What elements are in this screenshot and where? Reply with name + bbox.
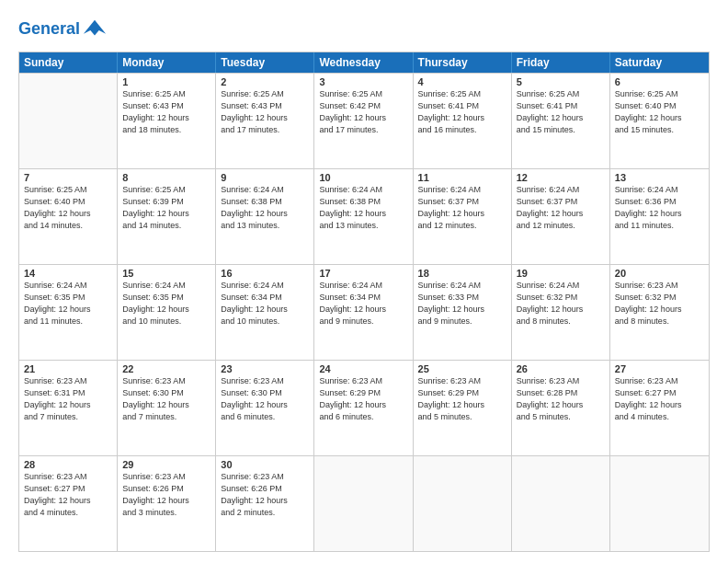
calendar-cell: 17Sunrise: 6:24 AM Sunset: 6:34 PM Dayli… xyxy=(314,265,413,360)
calendar-cell: 8Sunrise: 6:25 AM Sunset: 6:39 PM Daylig… xyxy=(118,169,216,264)
logo: General xyxy=(18,17,108,42)
day-info: Sunrise: 6:24 AM Sunset: 6:35 PM Dayligh… xyxy=(122,280,210,327)
day-info: Sunrise: 6:23 AM Sunset: 6:29 PM Dayligh… xyxy=(319,375,407,423)
weekday-header-saturday: Saturday xyxy=(610,52,709,73)
day-number: 2 xyxy=(221,76,309,87)
calendar: SundayMondayTuesdayWednesdayThursdayFrid… xyxy=(18,52,710,552)
calendar-cell: 18Sunrise: 6:24 AM Sunset: 6:33 PM Dayli… xyxy=(414,265,512,360)
calendar-cell: 25Sunrise: 6:23 AM Sunset: 6:29 PM Dayli… xyxy=(414,361,512,455)
day-info: Sunrise: 6:23 AM Sunset: 6:29 PM Dayligh… xyxy=(418,375,506,423)
day-number: 26 xyxy=(517,363,605,374)
day-number: 3 xyxy=(319,76,407,87)
day-number: 18 xyxy=(418,268,506,279)
calendar-row-1: 7Sunrise: 6:25 AM Sunset: 6:40 PM Daylig… xyxy=(19,168,709,264)
calendar-body: 1Sunrise: 6:25 AM Sunset: 6:43 PM Daylig… xyxy=(19,73,709,551)
day-number: 13 xyxy=(615,172,704,183)
header: General xyxy=(18,17,710,42)
calendar-cell: 7Sunrise: 6:25 AM Sunset: 6:40 PM Daylig… xyxy=(19,169,118,264)
logo-text: General xyxy=(18,20,80,39)
day-number: 15 xyxy=(122,268,210,279)
day-number: 11 xyxy=(418,172,506,183)
day-info: Sunrise: 6:25 AM Sunset: 6:43 PM Dayligh… xyxy=(221,88,309,136)
page: General SundayMondayTuesdayWednesdayThur… xyxy=(0,0,728,563)
weekday-header-tuesday: Tuesday xyxy=(216,52,314,73)
day-number: 25 xyxy=(418,363,506,374)
day-number: 14 xyxy=(24,268,112,279)
calendar-cell xyxy=(512,456,610,551)
day-number: 7 xyxy=(24,172,112,183)
calendar-cell xyxy=(610,456,709,551)
day-number: 20 xyxy=(615,268,704,279)
day-info: Sunrise: 6:25 AM Sunset: 6:42 PM Dayligh… xyxy=(319,88,407,136)
calendar-cell: 20Sunrise: 6:23 AM Sunset: 6:32 PM Dayli… xyxy=(610,265,709,360)
calendar-cell xyxy=(414,456,512,551)
day-info: Sunrise: 6:23 AM Sunset: 6:26 PM Dayligh… xyxy=(221,471,309,519)
day-number: 12 xyxy=(517,172,605,183)
calendar-cell: 28Sunrise: 6:23 AM Sunset: 6:27 PM Dayli… xyxy=(19,456,118,551)
day-info: Sunrise: 6:25 AM Sunset: 6:43 PM Dayligh… xyxy=(122,88,210,136)
day-info: Sunrise: 6:25 AM Sunset: 6:40 PM Dayligh… xyxy=(615,88,704,136)
day-info: Sunrise: 6:24 AM Sunset: 6:35 PM Dayligh… xyxy=(24,280,112,327)
calendar-header: SundayMondayTuesdayWednesdayThursdayFrid… xyxy=(19,52,709,73)
day-number: 4 xyxy=(418,76,506,87)
day-number: 22 xyxy=(122,363,210,374)
day-number: 9 xyxy=(221,172,309,183)
calendar-cell: 14Sunrise: 6:24 AM Sunset: 6:35 PM Dayli… xyxy=(19,265,118,360)
day-info: Sunrise: 6:23 AM Sunset: 6:28 PM Dayligh… xyxy=(517,375,605,423)
calendar-cell: 24Sunrise: 6:23 AM Sunset: 6:29 PM Dayli… xyxy=(314,361,413,455)
calendar-cell: 19Sunrise: 6:24 AM Sunset: 6:32 PM Dayli… xyxy=(512,265,610,360)
weekday-header-friday: Friday xyxy=(512,52,610,73)
calendar-cell: 13Sunrise: 6:24 AM Sunset: 6:36 PM Dayli… xyxy=(610,169,709,264)
day-info: Sunrise: 6:23 AM Sunset: 6:26 PM Dayligh… xyxy=(122,471,210,519)
calendar-cell: 10Sunrise: 6:24 AM Sunset: 6:38 PM Dayli… xyxy=(314,169,413,264)
day-number: 6 xyxy=(615,76,704,87)
calendar-cell: 15Sunrise: 6:24 AM Sunset: 6:35 PM Dayli… xyxy=(118,265,216,360)
calendar-cell: 27Sunrise: 6:23 AM Sunset: 6:27 PM Dayli… xyxy=(610,361,709,455)
weekday-header-wednesday: Wednesday xyxy=(314,52,413,73)
day-number: 10 xyxy=(319,172,407,183)
day-number: 30 xyxy=(221,459,309,470)
calendar-cell: 3Sunrise: 6:25 AM Sunset: 6:42 PM Daylig… xyxy=(314,74,413,168)
day-number: 19 xyxy=(517,268,605,279)
calendar-cell: 6Sunrise: 6:25 AM Sunset: 6:40 PM Daylig… xyxy=(610,74,709,168)
day-number: 16 xyxy=(221,268,309,279)
day-info: Sunrise: 6:24 AM Sunset: 6:33 PM Dayligh… xyxy=(418,280,506,327)
calendar-cell: 21Sunrise: 6:23 AM Sunset: 6:31 PM Dayli… xyxy=(19,361,118,455)
day-number: 17 xyxy=(319,268,407,279)
weekday-header-sunday: Sunday xyxy=(19,52,118,73)
calendar-cell: 11Sunrise: 6:24 AM Sunset: 6:37 PM Dayli… xyxy=(414,169,512,264)
day-info: Sunrise: 6:24 AM Sunset: 6:37 PM Dayligh… xyxy=(517,184,605,232)
calendar-row-2: 14Sunrise: 6:24 AM Sunset: 6:35 PM Dayli… xyxy=(19,264,709,360)
day-info: Sunrise: 6:24 AM Sunset: 6:36 PM Dayligh… xyxy=(615,184,704,232)
day-info: Sunrise: 6:24 AM Sunset: 6:38 PM Dayligh… xyxy=(319,184,407,232)
day-info: Sunrise: 6:24 AM Sunset: 6:34 PM Dayligh… xyxy=(221,280,309,327)
day-info: Sunrise: 6:24 AM Sunset: 6:32 PM Dayligh… xyxy=(517,280,605,327)
calendar-cell: 4Sunrise: 6:25 AM Sunset: 6:41 PM Daylig… xyxy=(414,74,512,168)
calendar-cell: 22Sunrise: 6:23 AM Sunset: 6:30 PM Dayli… xyxy=(118,361,216,455)
day-info: Sunrise: 6:23 AM Sunset: 6:32 PM Dayligh… xyxy=(615,280,704,327)
svg-marker-0 xyxy=(84,20,106,36)
calendar-cell: 12Sunrise: 6:24 AM Sunset: 6:37 PM Dayli… xyxy=(512,169,610,264)
calendar-cell xyxy=(314,456,413,551)
day-number: 5 xyxy=(517,76,605,87)
day-number: 21 xyxy=(24,363,112,374)
calendar-cell: 30Sunrise: 6:23 AM Sunset: 6:26 PM Dayli… xyxy=(216,456,314,551)
day-number: 23 xyxy=(221,363,309,374)
calendar-row-3: 21Sunrise: 6:23 AM Sunset: 6:31 PM Dayli… xyxy=(19,360,709,455)
day-number: 8 xyxy=(122,172,210,183)
day-info: Sunrise: 6:23 AM Sunset: 6:31 PM Dayligh… xyxy=(24,375,112,423)
calendar-cell xyxy=(19,74,118,168)
day-number: 28 xyxy=(24,459,112,470)
day-info: Sunrise: 6:23 AM Sunset: 6:27 PM Dayligh… xyxy=(24,471,112,519)
day-info: Sunrise: 6:23 AM Sunset: 6:30 PM Dayligh… xyxy=(122,375,210,423)
calendar-cell: 5Sunrise: 6:25 AM Sunset: 6:41 PM Daylig… xyxy=(512,74,610,168)
calendar-row-0: 1Sunrise: 6:25 AM Sunset: 6:43 PM Daylig… xyxy=(19,73,709,168)
day-number: 27 xyxy=(615,363,704,374)
day-info: Sunrise: 6:23 AM Sunset: 6:30 PM Dayligh… xyxy=(221,375,309,423)
day-number: 24 xyxy=(319,363,407,374)
calendar-cell: 2Sunrise: 6:25 AM Sunset: 6:43 PM Daylig… xyxy=(216,74,314,168)
day-number: 29 xyxy=(122,459,210,470)
day-info: Sunrise: 6:23 AM Sunset: 6:27 PM Dayligh… xyxy=(615,375,704,423)
logo-bird-icon xyxy=(82,17,108,42)
calendar-row-4: 28Sunrise: 6:23 AM Sunset: 6:27 PM Dayli… xyxy=(19,455,709,551)
